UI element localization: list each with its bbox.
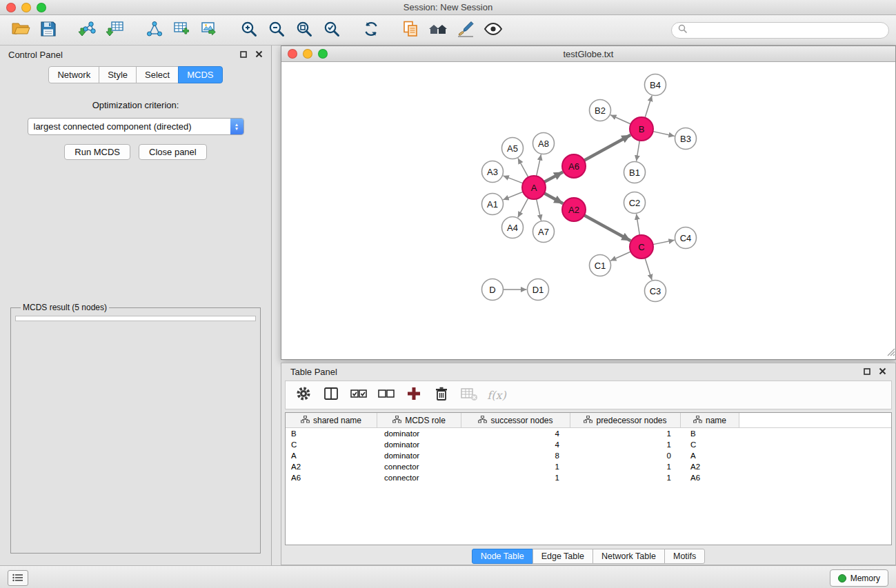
zoom-selected-button[interactable] (318, 18, 346, 43)
tab-network-table[interactable]: Network Table (593, 549, 665, 564)
network-node-B2[interactable]: B2 (590, 100, 611, 121)
zoom-in-button[interactable] (235, 18, 263, 43)
column-header-name[interactable]: name (681, 413, 739, 428)
close-panel-icon[interactable] (255, 50, 263, 60)
network-edge-A6-B[interactable] (584, 135, 630, 161)
network-edge-A-A1[interactable] (503, 192, 523, 200)
table-row[interactable]: A2connector11A2 (286, 461, 891, 472)
tab-network[interactable]: Network (48, 66, 99, 83)
zoom-network-window-light[interactable] (318, 49, 328, 59)
network-node-A2[interactable]: A2 (562, 198, 586, 221)
column-header-predecessor-nodes[interactable]: predecessor nodes (570, 413, 681, 428)
eye-button[interactable] (479, 18, 507, 43)
open-button[interactable] (7, 18, 34, 43)
table-row[interactable]: Adominator80A (286, 450, 891, 461)
zoom-window-light[interactable] (37, 3, 46, 12)
panel-menu-button[interactable] (8, 570, 28, 586)
network-edge-C-C3[interactable] (645, 258, 652, 280)
column-header-successor-nodes[interactable]: successor nodes (461, 413, 570, 428)
network-node-C1[interactable]: C1 (590, 255, 611, 276)
network-node-C4[interactable]: C4 (675, 227, 697, 249)
minimize-window-light[interactable] (21, 3, 31, 12)
export-image-button[interactable] (196, 18, 223, 43)
tab-edge-table[interactable]: Edge Table (532, 549, 593, 564)
columns-button[interactable] (319, 384, 343, 406)
app-titlebar[interactable]: Session: New Session (0, 0, 896, 15)
network-edge-C-C4[interactable] (653, 240, 675, 244)
network-edge-B-B2[interactable] (610, 115, 630, 124)
search-box[interactable] (671, 22, 889, 39)
network-edge-A-A5[interactable] (518, 158, 528, 177)
network-node-A7[interactable]: A7 (533, 221, 555, 243)
resize-grip-icon[interactable] (886, 347, 895, 359)
close-window-light[interactable] (6, 3, 16, 12)
network-node-A5[interactable]: A5 (502, 138, 524, 159)
network-window-titlebar[interactable]: testGlobe.txt (281, 46, 895, 62)
zoom-fit-button[interactable] (290, 18, 318, 43)
network-edge-B-B4[interactable] (645, 96, 652, 118)
tab-style[interactable]: Style (99, 66, 137, 83)
network-edge-B-B1[interactable] (637, 141, 640, 161)
network-canvas[interactable]: B4B2BB3A5A8A6B1A3AC2A1A2A4A7C4CC1C3DD1 (281, 62, 895, 359)
run-mcds-button[interactable]: Run MCDS (64, 144, 130, 160)
network-edge-A-A7[interactable] (537, 199, 541, 221)
settings-button[interactable] (292, 384, 315, 406)
save-button[interactable] (34, 18, 62, 43)
network-edge-A-A8[interactable] (537, 154, 541, 176)
network-node-A[interactable]: A (522, 176, 546, 199)
close-network-window-light[interactable] (288, 49, 297, 59)
tab-motifs[interactable]: Motifs (664, 549, 705, 564)
tab-node-table[interactable]: Node Table (472, 549, 533, 564)
select-all-button[interactable] (347, 384, 370, 406)
table-row[interactable]: Cdominator41C (286, 439, 891, 450)
table-row[interactable]: Bdominator41B (286, 428, 891, 439)
float-panel-icon[interactable] (240, 50, 247, 60)
network-edge-A2-C[interactable] (584, 215, 630, 241)
zoom-out-button[interactable] (263, 18, 290, 43)
network-node-A6[interactable]: A6 (562, 154, 586, 178)
delete-row-button[interactable] (430, 384, 453, 406)
function-builder-button[interactable]: f(x) (485, 384, 508, 406)
add-row-button[interactable] (402, 384, 426, 406)
criterion-dropdown[interactable]: largest connected component (directed) ▲… (28, 118, 244, 135)
network-node-B1[interactable]: B1 (624, 162, 646, 183)
import-network-button[interactable] (74, 18, 101, 43)
network-edge-A-A6[interactable] (544, 172, 563, 182)
new-network-button[interactable] (141, 18, 168, 43)
network-edge-B-B3[interactable] (653, 132, 675, 136)
network-node-D1[interactable]: D1 (528, 279, 549, 301)
close-table-panel-icon[interactable] (879, 367, 886, 377)
network-node-D[interactable]: D (482, 279, 504, 301)
network-node-A4[interactable]: A4 (502, 217, 524, 239)
tab-select[interactable]: Select (136, 66, 179, 83)
close-panel-button[interactable]: Close panel (139, 144, 207, 160)
tab-mcds[interactable]: MCDS (178, 66, 222, 83)
network-node-B4[interactable]: B4 (645, 74, 666, 96)
network-node-A8[interactable]: A8 (533, 133, 555, 154)
network-node-C3[interactable]: C3 (645, 281, 666, 302)
network-node-B[interactable]: B (630, 117, 653, 141)
network-edge-A-A4[interactable] (518, 198, 528, 217)
memory-button[interactable]: Memory (830, 569, 888, 587)
network-node-A1[interactable]: A1 (482, 194, 504, 215)
clipboard-button[interactable] (397, 18, 424, 43)
column-header-mcds-role[interactable]: MCDS role (377, 413, 461, 428)
import-table-button[interactable] (101, 18, 129, 43)
table-row[interactable]: A6connector11A6 (286, 472, 891, 483)
deselect-all-button[interactable] (375, 384, 398, 406)
new-table-button[interactable] (168, 18, 196, 43)
network-edge-C-C1[interactable] (610, 252, 630, 261)
network-edge-A-A2[interactable] (544, 193, 563, 203)
home-button[interactable] (424, 18, 452, 43)
float-table-panel-icon[interactable] (864, 367, 870, 377)
search-input[interactable] (691, 25, 882, 36)
mcds-result-list[interactable]: A2ABCA6 (15, 316, 256, 321)
network-node-C2[interactable]: C2 (624, 192, 646, 214)
delete-table-button[interactable] (457, 384, 481, 406)
network-node-A3[interactable]: A3 (482, 161, 504, 183)
refresh-button[interactable] (357, 18, 385, 43)
network-edge-C-C2[interactable] (637, 214, 640, 235)
network-edge-A-A3[interactable] (503, 176, 523, 183)
style-button[interactable] (452, 18, 479, 43)
minimize-network-window-light[interactable] (303, 49, 312, 59)
